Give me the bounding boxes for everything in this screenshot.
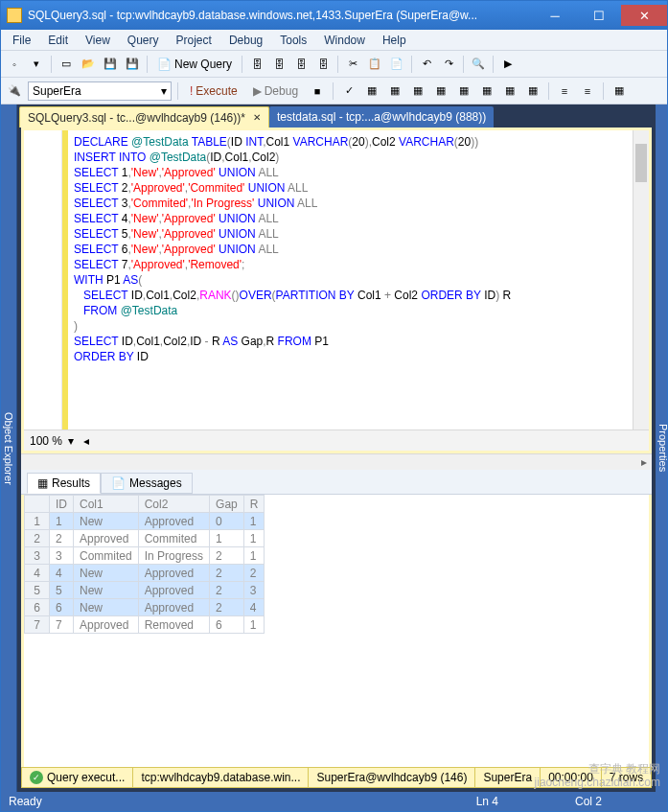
menu-view[interactable]: View	[78, 32, 118, 49]
sql-editor[interactable]: DECLARE @TestData TABLE(ID INT,Col1 VARC…	[24, 130, 649, 429]
zoom-value[interactable]: 100 %	[30, 434, 62, 448]
cell[interactable]: 1	[210, 530, 244, 547]
cell[interactable]: 1	[243, 513, 265, 530]
opt2-icon[interactable]: ▦	[408, 81, 427, 101]
cell[interactable]: 0	[210, 513, 244, 530]
cell[interactable]: Approved	[74, 530, 139, 547]
hscroll-right-icon[interactable]: ▸	[635, 455, 652, 470]
col-header[interactable]	[25, 496, 50, 513]
cell[interactable]: 3	[243, 582, 265, 599]
col-header[interactable]: Col1	[74, 496, 139, 513]
opt5-icon[interactable]: ▦	[477, 81, 496, 101]
zoom-dropdown-icon[interactable]: ▾	[68, 434, 74, 448]
stop-icon[interactable]: ■	[308, 81, 327, 101]
cell[interactable]: 1	[50, 513, 74, 530]
cell[interactable]: New	[74, 582, 139, 599]
menu-edit[interactable]: Edit	[40, 32, 76, 49]
cell[interactable]: 4	[25, 565, 50, 582]
cell[interactable]: 5	[50, 582, 74, 599]
table-row[interactable]: 22ApprovedCommited11	[25, 530, 265, 547]
connect-icon[interactable]: 🔌	[5, 81, 24, 101]
cell[interactable]: 1	[243, 530, 265, 547]
cell[interactable]: 5	[25, 582, 50, 599]
table-row[interactable]: 66NewApproved24	[25, 599, 265, 616]
object-explorer-tab[interactable]: Object Explorer	[1, 104, 17, 792]
database-selector[interactable]: SuperEra ▾	[28, 81, 172, 101]
save-all-icon[interactable]: 💾	[123, 55, 142, 74]
cell[interactable]: 4	[50, 565, 74, 582]
col-header[interactable]: Gap	[210, 496, 244, 513]
cell[interactable]: 3	[25, 547, 50, 565]
table-row[interactable]: 55NewApproved23	[25, 582, 265, 599]
cell[interactable]: Approved	[138, 582, 209, 599]
play-icon[interactable]: ▶	[498, 55, 518, 74]
redo-icon[interactable]: ↷	[439, 55, 458, 74]
opt4-icon[interactable]: ▦	[454, 81, 473, 101]
cell[interactable]: 2	[25, 530, 50, 547]
cell[interactable]: 1	[25, 513, 50, 530]
results-grid[interactable]: IDCol1Col2GapR11NewApproved0122ApprovedC…	[21, 495, 652, 767]
opt7-icon[interactable]: ▦	[523, 81, 542, 101]
cell[interactable]: New	[74, 513, 139, 530]
opt3-icon[interactable]: ▦	[431, 81, 450, 101]
cell[interactable]: 2	[243, 565, 265, 582]
execute-button[interactable]: ! Execute	[184, 84, 243, 98]
tab-close-icon[interactable]: ✕	[253, 112, 261, 123]
nav-back-icon[interactable]: ◦	[5, 55, 24, 74]
outdent-icon[interactable]: ≡	[578, 81, 597, 101]
open-icon[interactable]: 📂	[79, 55, 98, 74]
new-file-icon[interactable]: ▭	[57, 55, 76, 74]
cell[interactable]: In Progress	[138, 547, 209, 565]
table-row[interactable]: 44NewApproved22	[25, 565, 265, 582]
db-icon[interactable]: 🗄	[247, 55, 266, 74]
nav-fwd-icon[interactable]: ▾	[27, 55, 46, 74]
vertical-scrollbar[interactable]	[633, 130, 649, 429]
cell[interactable]: 1	[243, 547, 265, 565]
opt1-icon[interactable]: ▦	[385, 81, 404, 101]
menu-file[interactable]: File	[5, 32, 38, 49]
cell[interactable]: 3	[50, 547, 74, 565]
cell[interactable]: Approved	[138, 599, 209, 616]
cell[interactable]: Commited	[74, 547, 139, 565]
cell[interactable]: New	[74, 565, 139, 582]
cell[interactable]: 1	[243, 616, 265, 634]
menu-help[interactable]: Help	[375, 32, 414, 49]
table-row[interactable]: 33CommitedIn Progress21	[25, 547, 265, 565]
cell[interactable]: Removed	[138, 616, 209, 634]
cell[interactable]: Approved	[74, 616, 139, 634]
cell[interactable]: 2	[210, 565, 244, 582]
cell[interactable]: 6	[25, 599, 50, 616]
cell[interactable]: 2	[210, 582, 244, 599]
table-row[interactable]: 11NewApproved01	[25, 513, 265, 530]
col-header[interactable]: ID	[50, 496, 74, 513]
cell[interactable]: 6	[50, 599, 74, 616]
maximize-button[interactable]: ☐	[577, 5, 621, 26]
close-button[interactable]: ✕	[621, 5, 667, 26]
properties-tab[interactable]: Properties	[656, 104, 668, 792]
parse-icon[interactable]: ✓	[339, 81, 358, 101]
menu-window[interactable]: Window	[316, 32, 373, 49]
col-header[interactable]: Col2	[138, 496, 209, 513]
cell[interactable]: 4	[243, 599, 265, 616]
hscroll-left-icon[interactable]: ◂	[83, 434, 89, 448]
find-icon[interactable]: 🔍	[469, 55, 488, 74]
minimize-button[interactable]: ─	[533, 5, 577, 26]
cell[interactable]: 6	[210, 616, 244, 634]
db-icon2[interactable]: 🗄	[269, 55, 288, 74]
indent-icon[interactable]: ≡	[555, 81, 574, 101]
tab-sqlquery3[interactable]: SQLQuery3.sql - tc...@wvlhdcayb9 (146))*…	[19, 106, 269, 128]
plan-icon[interactable]: ▦	[362, 81, 381, 101]
opt6-icon[interactable]: ▦	[500, 81, 519, 101]
table-row[interactable]: 77ApprovedRemoved61	[25, 616, 265, 634]
cell[interactable]: Approved	[138, 513, 209, 530]
cell[interactable]: New	[74, 599, 139, 616]
menu-project[interactable]: Project	[169, 32, 219, 49]
cut-icon[interactable]: ✂	[343, 55, 362, 74]
debug-button[interactable]: ▶ Debug	[247, 84, 304, 98]
cell[interactable]: 7	[50, 616, 74, 634]
menu-query[interactable]: Query	[120, 32, 167, 49]
paste-icon[interactable]: 📄	[387, 55, 406, 74]
db-icon4[interactable]: 🗄	[313, 55, 333, 74]
results-tab[interactable]: ▦ Results	[27, 473, 101, 494]
cell[interactable]: 2	[50, 530, 74, 547]
